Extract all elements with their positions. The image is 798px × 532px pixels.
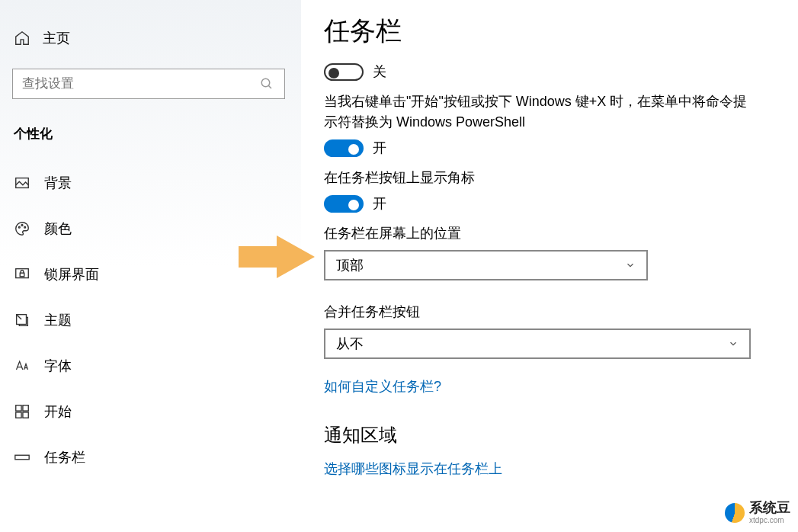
- sidebar-item-fonts[interactable]: 字体: [0, 344, 301, 389]
- sidebar-item-taskbar[interactable]: 任务栏: [0, 435, 301, 481]
- section-header-personalization: 个性化: [0, 117, 301, 161]
- setting-desc-powershell: 当我右键单击"开始"按钮或按下 Windows 键+X 时，在菜单中将命令提示符…: [324, 91, 751, 133]
- lock-screen-icon: [14, 266, 30, 283]
- combine-buttons-select[interactable]: 从不: [324, 328, 751, 359]
- main-content: 任务栏 关 当我右键单击"开始"按钮或按下 Windows 键+X 时，在菜单中…: [301, 0, 798, 532]
- taskbar-icon: [14, 449, 30, 466]
- taskbar-position-label: 任务栏在屏幕上的位置: [324, 223, 751, 244]
- watermark-logo-icon: [725, 503, 745, 523]
- taskbar-position-select[interactable]: 顶部: [324, 250, 648, 280]
- search-field[interactable]: [22, 76, 275, 91]
- combine-buttons-label: 合并任务栏按钮: [324, 302, 751, 322]
- svg-point-0: [261, 79, 270, 87]
- toggle-3-state: 开: [373, 194, 386, 213]
- select-icons-link[interactable]: 选择哪些图标显示在任务栏上: [324, 460, 775, 478]
- home-icon: [14, 30, 30, 46]
- svg-rect-10: [23, 405, 28, 411]
- palette-icon: [14, 220, 30, 237]
- fonts-icon: [14, 357, 30, 374]
- watermark: 系统豆 xtdpc.com: [725, 501, 790, 524]
- toggle-row-2: 开: [324, 139, 775, 157]
- notification-area-header: 通知区域: [324, 423, 775, 447]
- home-label: 主页: [43, 29, 70, 47]
- toggle-2-state: 开: [373, 139, 386, 157]
- toggle-3[interactable]: [324, 195, 364, 213]
- sidebar-item-label: 背景: [44, 174, 72, 192]
- svg-rect-9: [16, 405, 21, 411]
- taskbar-position-value: 顶部: [336, 256, 364, 274]
- start-icon: [14, 403, 30, 420]
- svg-rect-13: [15, 455, 29, 460]
- chevron-down-icon: [625, 260, 636, 271]
- sidebar-item-label: 主题: [44, 311, 72, 329]
- sidebar-item-themes[interactable]: 主题: [0, 298, 301, 344]
- home-button[interactable]: 主页: [0, 21, 301, 55]
- sidebar-item-start[interactable]: 开始: [0, 389, 301, 435]
- sidebar: 主页 个性化 背景 颜色: [0, 0, 301, 532]
- sidebar-item-colors[interactable]: 颜色: [0, 207, 301, 252]
- sidebar-item-label: 字体: [44, 357, 72, 375]
- sidebar-item-label: 开始: [44, 402, 72, 421]
- sidebar-item-label: 锁屏界面: [44, 265, 99, 284]
- page-title: 任务栏: [324, 14, 775, 49]
- setting-desc-badges: 在任务栏按钮上显示角标: [324, 168, 751, 188]
- svg-rect-11: [16, 412, 21, 418]
- sidebar-item-label: 任务栏: [44, 448, 85, 466]
- search-icon: [260, 77, 274, 91]
- search-input[interactable]: [12, 69, 285, 99]
- svg-rect-7: [20, 273, 24, 277]
- watermark-name: 系统豆: [749, 501, 790, 516]
- combine-buttons-value: 从不: [336, 335, 364, 353]
- watermark-url: xtdpc.com: [749, 516, 790, 524]
- toggle-row-1: 关: [324, 62, 775, 81]
- toggle-row-3: 开: [324, 194, 775, 213]
- sidebar-item-label: 颜色: [44, 220, 72, 238]
- svg-point-4: [21, 225, 23, 226]
- themes-icon: [14, 312, 30, 328]
- image-icon: [14, 175, 30, 191]
- toggle-1[interactable]: [324, 63, 364, 81]
- svg-rect-12: [23, 412, 28, 418]
- chevron-down-icon: [728, 338, 739, 349]
- svg-point-5: [24, 226, 26, 228]
- toggle-2[interactable]: [324, 139, 364, 157]
- sidebar-item-background[interactable]: 背景: [0, 161, 301, 207]
- sidebar-item-lock-screen[interactable]: 锁屏界面: [0, 252, 301, 298]
- customize-taskbar-link[interactable]: 如何自定义任务栏?: [324, 377, 775, 396]
- svg-point-3: [18, 226, 20, 228]
- toggle-1-state: 关: [373, 62, 386, 81]
- svg-line-1: [268, 85, 271, 88]
